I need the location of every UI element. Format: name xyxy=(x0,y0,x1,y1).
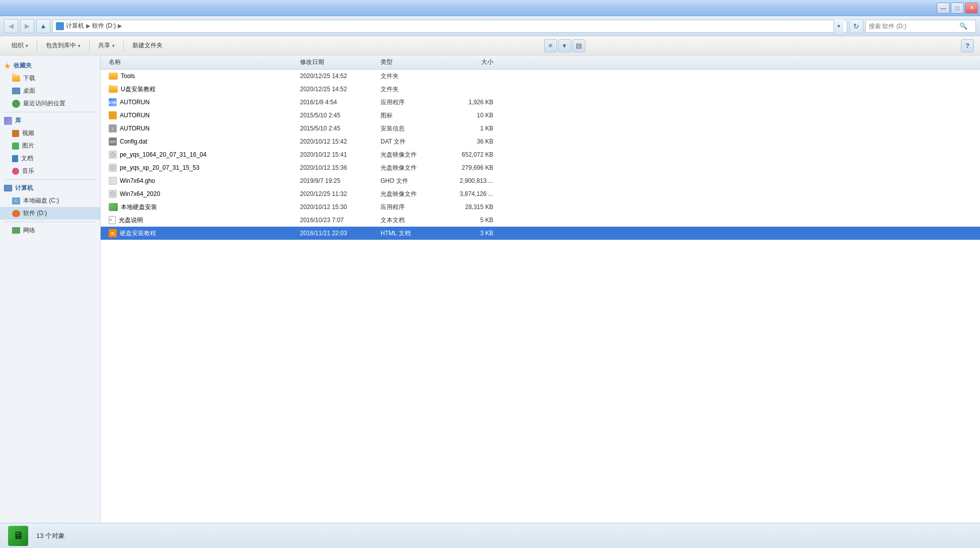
organize-button[interactable]: 组织 ▾ xyxy=(6,38,34,53)
file-date-cell: 2016/1/8 4:54 xyxy=(296,99,376,106)
table-row[interactable]: pe_yqs_1064_20_07_31_16_04 2020/10/12 15… xyxy=(101,148,980,161)
status-bar: 🖥 13 个对象 xyxy=(0,523,980,548)
close-button[interactable]: ✕ xyxy=(965,3,978,14)
file-date-cell: 2020/12/25 14:52 xyxy=(296,73,376,80)
file-name-cell: EXE AUTORUN xyxy=(105,98,296,106)
recent-icon xyxy=(12,100,20,108)
table-row[interactable]: 本地硬盘安装 2020/10/12 15:30 应用程序 28,315 KB xyxy=(101,200,980,214)
file-date-cell: 2020/10/12 15:42 xyxy=(296,138,376,145)
sidebar-item-downloads[interactable]: 下载 xyxy=(0,72,100,85)
preview-pane-button[interactable]: ▤ xyxy=(572,39,585,52)
inf-icon: i xyxy=(109,124,117,132)
table-row[interactable]: DAT Config.dat 2020/10/12 15:42 DAT 文件 3… xyxy=(101,135,980,148)
sidebar-item-drive-c[interactable]: C 本地磁盘 (C:) xyxy=(0,194,100,207)
gho-icon xyxy=(109,177,117,185)
file-size-cell: 1 KB xyxy=(437,125,497,132)
file-type-cell: 文件夹 xyxy=(376,72,437,81)
file-size-cell: 36 KB xyxy=(437,138,497,145)
file-date-cell: 2019/9/7 19:25 xyxy=(296,177,376,184)
new-folder-button[interactable]: 新建文件夹 xyxy=(127,38,168,53)
status-logo: 🖥 xyxy=(13,530,23,541)
breadcrumb-dropdown-button[interactable]: ▼ xyxy=(834,20,844,33)
table-row[interactable]: Win7x64.gho 2019/9/7 19:25 GHO 文件 2,900,… xyxy=(101,174,980,187)
file-name: Config.dat xyxy=(120,138,147,145)
column-modified[interactable]: 修改日期 xyxy=(296,58,376,66)
breadcrumb-drive[interactable]: 软件 (D:) xyxy=(92,22,116,30)
refresh-button[interactable]: ↻ xyxy=(849,19,863,33)
column-size[interactable]: 大小 xyxy=(437,58,497,66)
table-row[interactable]: IE 硬盘安装教程 2016/11/21 22:03 HTML 文档 3 KB xyxy=(101,227,980,240)
file-type-cell: 文件夹 xyxy=(376,85,437,94)
breadcrumb-computer[interactable]: 计算机 xyxy=(66,22,84,30)
file-list: Tools 2020/12/25 14:52 文件夹 U盘安装教程 2020/1… xyxy=(101,70,980,523)
include-library-button[interactable]: 包含到库中 ▾ xyxy=(40,38,86,53)
status-icon: 🖥 xyxy=(8,526,28,546)
file-size-cell: 28,315 KB xyxy=(437,203,497,211)
view-options-button[interactable]: ▾ xyxy=(558,39,571,52)
file-name-cell: pe_yqs_xp_20_07_31_15_53 xyxy=(105,164,296,172)
view-icon: ≡ xyxy=(549,42,553,49)
maximize-button[interactable]: □ xyxy=(951,3,964,14)
organize-label: 组织 xyxy=(12,41,24,50)
computer-header[interactable]: 计算机 xyxy=(0,182,100,194)
share-button[interactable]: 共享 ▾ xyxy=(93,38,120,53)
table-row[interactable]: Tools 2020/12/25 14:52 文件夹 xyxy=(101,70,980,83)
sidebar-item-video[interactable]: 视频 xyxy=(0,127,100,140)
file-name: pe_yqs_1064_20_07_31_16_04 xyxy=(120,151,206,158)
sidebar-item-recent[interactable]: 最近访问的位置 xyxy=(0,97,100,110)
drive-c-label: 本地磁盘 (C:) xyxy=(23,196,59,205)
sidebar-item-doc[interactable]: 文档 xyxy=(0,152,100,165)
change-view-button[interactable]: ≡ xyxy=(544,39,557,52)
file-date-cell: 2016/10/23 7:07 xyxy=(296,217,376,224)
forward-button[interactable]: ▶ xyxy=(20,19,34,33)
file-type-cell: 光盘映像文件 xyxy=(376,164,437,172)
file-name-cell: Win7x64.gho xyxy=(105,177,296,185)
sidebar-item-music[interactable]: 音乐 xyxy=(0,165,100,177)
help-button[interactable]: ? xyxy=(961,39,974,52)
table-row[interactable]: Win7x64_2020 2020/12/25 11:32 光盘映像文件 3,8… xyxy=(101,187,980,200)
table-row[interactable]: 光盘说明 2016/10/23 7:07 文本文档 5 KB xyxy=(101,214,980,227)
library-header[interactable]: 库 xyxy=(0,114,100,127)
file-type-cell: HTML 文档 xyxy=(376,229,437,238)
title-bar: — □ ✕ xyxy=(0,0,980,16)
drive-c-icon: C xyxy=(12,197,20,204)
table-row[interactable]: pe_yqs_xp_20_07_31_15_53 2020/10/12 15:3… xyxy=(101,161,980,174)
column-type[interactable]: 类型 xyxy=(376,58,437,66)
file-type-cell: 应用程序 xyxy=(376,98,437,107)
sidebar-item-network[interactable]: 网络 xyxy=(0,224,100,237)
back-button[interactable]: ◀ xyxy=(4,19,18,33)
sidebar-divider-2 xyxy=(4,179,96,180)
file-type-cell: 图标 xyxy=(376,111,437,120)
up-button[interactable]: ▲ xyxy=(36,19,50,33)
file-name-cell: U盘安装教程 xyxy=(105,85,296,94)
file-date-cell: 2020/10/12 15:30 xyxy=(296,203,376,211)
ico-icon xyxy=(109,111,117,119)
sidebar-item-desktop[interactable]: 桌面 xyxy=(0,85,100,97)
file-size-cell: 2,900,813 ... xyxy=(437,177,497,184)
favorites-header[interactable]: ★ 收藏夹 xyxy=(0,59,100,72)
minimize-button[interactable]: — xyxy=(937,3,950,14)
exe-icon: EXE xyxy=(109,98,117,106)
search-input[interactable] xyxy=(869,23,959,30)
doc-icon xyxy=(12,155,18,162)
library-icon xyxy=(4,117,12,125)
sidebar-item-image[interactable]: 图片 xyxy=(0,140,100,152)
file-date-cell: 2020/12/25 14:52 xyxy=(296,86,376,93)
sidebar-item-drive-d[interactable]: 软件 (D:) xyxy=(0,207,100,220)
table-row[interactable]: EXE AUTORUN 2016/1/8 4:54 应用程序 1,926 KB xyxy=(101,96,980,109)
file-date-cell: 2016/11/21 22:03 xyxy=(296,230,376,237)
computer-label: 计算机 xyxy=(15,184,33,192)
downloads-label: 下载 xyxy=(23,74,35,83)
table-row[interactable]: i AUTORUN 2015/5/10 2:45 安装信息 1 KB xyxy=(101,122,980,135)
include-library-arrow: ▾ xyxy=(78,43,81,48)
table-row[interactable]: AUTORUN 2015/5/10 2:45 图标 10 KB xyxy=(101,109,980,122)
txt-icon xyxy=(109,216,116,224)
file-name: Tools xyxy=(121,73,135,80)
library-section: 库 视频 图片 文档 音乐 xyxy=(0,114,100,177)
search-icon[interactable]: 🔍 xyxy=(959,22,967,30)
file-size-cell: 3 KB xyxy=(437,230,497,237)
file-name-cell: DAT Config.dat xyxy=(105,138,296,146)
file-type-cell: 安装信息 xyxy=(376,124,437,133)
table-row[interactable]: U盘安装教程 2020/12/25 14:52 文件夹 xyxy=(101,83,980,96)
column-name[interactable]: 名称 xyxy=(105,58,296,66)
